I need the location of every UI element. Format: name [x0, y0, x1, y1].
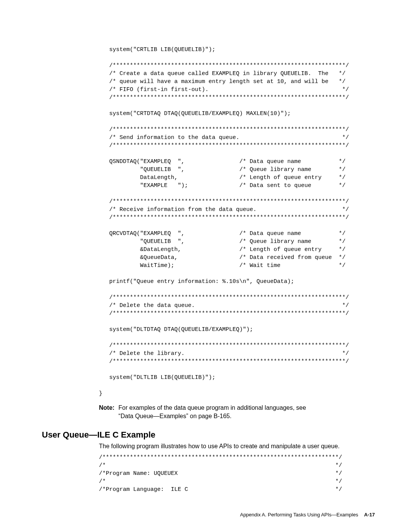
- section-intro: The following program illustrates how to…: [99, 442, 377, 451]
- section-heading: User Queue—ILE C Example: [42, 430, 377, 440]
- note-label: Note:: [99, 404, 115, 412]
- footer-page-number: A-17: [364, 512, 375, 518]
- code-listing-main: system("CRTLIB LIB(QUEUELIB)"); /*******…: [99, 46, 377, 398]
- page-footer: Appendix A. Performing Tasks Using APIs—…: [240, 512, 375, 518]
- note-text: For examples of the data queue program i…: [118, 404, 320, 421]
- footer-text: Appendix A. Performing Tasks Using APIs—…: [240, 512, 358, 518]
- code-listing-secondary: /***************************************…: [99, 454, 377, 494]
- note-block: Note: For examples of the data queue pro…: [99, 404, 377, 421]
